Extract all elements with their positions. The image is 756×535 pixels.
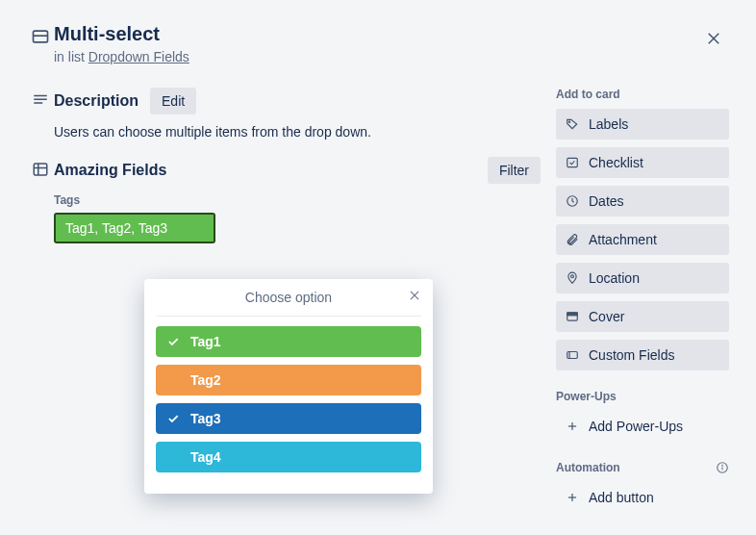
cover-icon [566,310,579,323]
svg-rect-6 [34,102,42,104]
list-link[interactable]: Dropdown Fields [88,49,189,64]
svg-rect-4 [34,95,47,97]
checklist-icon [566,156,579,169]
location-button[interactable]: Location [556,263,729,293]
filter-button[interactable]: Filter [488,157,541,184]
info-icon[interactable] [716,461,729,474]
svg-rect-5 [34,99,47,101]
power-ups-label: Power-Ups [556,390,729,403]
card-icon [27,23,54,46]
automation-label: Automation [556,461,729,474]
svg-point-22 [722,465,723,466]
card-title[interactable]: Multi-select [54,23,189,45]
add-button-button[interactable]: Add button [556,482,729,513]
plus-icon [566,491,579,504]
svg-rect-16 [567,352,578,359]
svg-point-13 [571,275,574,278]
custom-fields-button[interactable]: Custom Fields [556,340,729,370]
check-icon [165,335,181,348]
tag-icon [566,117,579,131]
location-icon [566,271,579,285]
choose-option-popover: Choose option Tag1 Tag2 Tag3 Tag4 [144,279,433,494]
card-list-line: in list Dropdown Fields [54,49,189,64]
popover-close-button[interactable] [408,289,421,306]
custom-fields-icon [566,348,579,362]
cover-button[interactable]: Cover [556,301,729,332]
svg-rect-15 [567,313,578,316]
add-to-card-label: Add to card [556,88,729,101]
dates-button[interactable]: Dates [556,186,729,217]
add-power-ups-button[interactable]: Add Power-Ups [556,411,729,442]
option-tag2[interactable]: Tag2 [156,365,421,395]
option-tag3[interactable]: Tag3 [156,403,421,434]
option-tag1[interactable]: Tag1 [156,326,421,357]
description-text[interactable]: Users can choose multiple items from the… [54,124,541,140]
attachment-button[interactable]: Attachment [556,224,729,255]
option-tag4[interactable]: Tag4 [156,442,421,472]
amazing-fields-title: Amazing Fields [54,162,166,179]
labels-button[interactable]: Labels [556,109,729,140]
close-icon [408,289,421,302]
paperclip-icon [566,233,579,246]
svg-point-10 [569,121,570,122]
checklist-button[interactable]: Checklist [556,147,729,178]
edit-description-button[interactable]: Edit [150,88,196,115]
tags-value[interactable]: Tag1, Tag2, Tag3 [54,213,215,243]
close-button[interactable] [698,23,729,54]
plus-icon [566,420,579,433]
description-title: Description [54,92,139,110]
amazing-fields-icon [27,157,54,243]
close-icon [705,30,722,47]
clock-icon [566,194,579,208]
check-icon [165,412,181,425]
popover-title: Choose option [245,290,332,305]
description-icon [27,88,54,140]
svg-rect-7 [34,164,47,175]
tags-label: Tags [54,193,541,207]
svg-rect-11 [567,158,578,166]
